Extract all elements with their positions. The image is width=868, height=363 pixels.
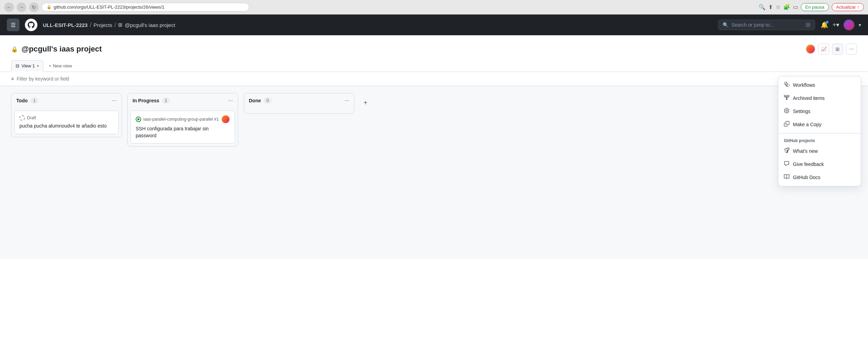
in-progress-column-menu-button[interactable]: ··· (228, 97, 233, 104)
issue-assignee-avatar (221, 115, 230, 123)
kanban-board: Todo 1 ··· Draft pucha pucha alumnoudv4 … (0, 86, 868, 259)
search-browser-btn[interactable]: 🔍 (759, 4, 766, 10)
in-progress-column: In Progress 1 ··· iaas-parallel-computin… (127, 93, 238, 147)
more-options-button[interactable]: ··· (846, 44, 857, 55)
todo-column-menu-button[interactable]: ··· (112, 97, 117, 104)
done-column-header: Done 0 ··· (244, 93, 354, 108)
tab-view1[interactable]: ⊟ View 1 ▾ (11, 60, 43, 72)
feedback-icon (784, 161, 789, 168)
hamburger-menu-button[interactable]: ☰ (7, 19, 19, 31)
new-view-label: New view (53, 63, 72, 68)
extensions-btn[interactable]: 🧩 (783, 4, 790, 10)
url-text: github.com/orgs/ULL-ESIT-PL-2223/project… (54, 4, 164, 10)
archived-icon (784, 95, 789, 102)
issue-header: iaas-parallel-computing-group-parallel #… (136, 115, 230, 123)
add-column-button[interactable]: + (360, 97, 371, 108)
card-title: SSH configurada para trabajar sin passwo… (136, 125, 230, 139)
notification-button[interactable]: 🔔 (821, 21, 828, 29)
share-btn[interactable]: ⬆ (768, 4, 773, 10)
user-avatar[interactable] (843, 19, 855, 30)
new-view-button[interactable]: + New view (46, 61, 75, 71)
filter-input[interactable] (17, 76, 857, 82)
draft-icon (19, 115, 25, 121)
dropdown-item-docs[interactable]: GitHub Docs (778, 171, 861, 184)
card-title: pucha pucha alumnoudv4 te añadio esto (19, 123, 114, 130)
board-icon: ⊞ (118, 22, 123, 28)
card-header: Draft (19, 115, 114, 121)
ssl-lock-icon: 🔒 (47, 5, 52, 9)
project-title-row: 🔒 @pcgull's iaas project (11, 45, 102, 54)
forward-button[interactable]: → (17, 2, 26, 12)
filter-icon: ≡ (11, 76, 14, 82)
dropdown-item-settings[interactable]: Settings (778, 105, 861, 118)
breadcrumb-sep1: / (90, 21, 91, 29)
todo-column-cards: Draft pucha pucha alumnoudv4 te añadio e… (11, 108, 121, 137)
dropdown-item-feedback-label: Give feedback (793, 161, 824, 167)
issue-ref: iaas-parallel-computing-group-parallel #… (143, 117, 219, 122)
search-placeholder: Search or jump to... (731, 22, 774, 28)
done-column-count: 0 (264, 97, 272, 104)
reload-button[interactable]: ↻ (29, 2, 39, 12)
dropdown-item-whats-new-label: What's new (793, 148, 818, 154)
board-view-button[interactable]: ⊞ (832, 44, 843, 55)
org-name[interactable]: ULL-ESIT-PL-2223 (43, 22, 88, 28)
tab-icon: ⊟ (16, 63, 19, 68)
project-breadcrumb-name[interactable]: @pcgull's iaas project (125, 22, 175, 28)
done-column-cards (244, 108, 354, 113)
project-lock-icon: 🔒 (11, 46, 18, 53)
in-progress-column-count: 1 (162, 97, 170, 104)
workflows-icon (784, 82, 789, 89)
pause-badge[interactable]: En pausa (801, 3, 829, 11)
create-button[interactable]: +▾ (832, 21, 839, 29)
tab-label: View 1 (21, 63, 35, 68)
issue-open-icon (136, 117, 141, 122)
url-bar[interactable]: 🔒 github.com/orgs/ULL-ESIT-PL-2223/proje… (42, 3, 249, 11)
todo-column-count: 1 (30, 97, 38, 104)
done-column-title: Done (249, 98, 261, 103)
chart-view-button[interactable]: 📈 (818, 44, 829, 55)
dropdown-item-workflows[interactable]: Workflows (778, 78, 861, 92)
in-progress-column-header: In Progress 1 ··· (128, 93, 238, 108)
draft-label: Draft (27, 115, 36, 120)
dropdown-item-copy-label: Make a Copy (793, 122, 821, 127)
filter-bar: ≡ (0, 72, 868, 86)
done-column-menu-button[interactable]: ··· (345, 97, 349, 104)
dropdown-item-whats-new[interactable]: What's new (778, 145, 861, 158)
todo-column-header: Todo 1 ··· (11, 93, 121, 108)
hamburger-icon: ☰ (11, 22, 16, 28)
update-badge[interactable]: Actualizar ↑ (832, 3, 864, 11)
avatar-chevron[interactable]: ▾ (859, 22, 861, 28)
github-logo[interactable] (25, 19, 37, 31)
todo-column-title: Todo (16, 98, 28, 103)
table-row[interactable]: Draft pucha pucha alumnoudv4 te añadio e… (14, 111, 119, 134)
done-column: Done 0 ··· (244, 93, 354, 114)
browser-actions: 🔍 ⬆ ☆ 🧩 ▭ En pausa Actualizar ↑ (759, 3, 864, 11)
projects-link[interactable]: Projects (93, 22, 112, 28)
copy-icon (784, 121, 789, 128)
dropdown-item-archived[interactable]: Archived items (778, 92, 861, 105)
dropdown-item-feedback[interactable]: Give feedback (778, 158, 861, 171)
settings-icon (784, 108, 789, 115)
sidebar-toggle-btn[interactable]: ▭ (793, 4, 798, 10)
tab-chevron-button[interactable]: ▾ (37, 64, 39, 68)
dropdown-item-copy[interactable]: Make a Copy (778, 118, 861, 131)
dropdown-section-1: Workflows Archived items Settings (778, 76, 861, 133)
table-row[interactable]: iaas-parallel-computing-group-parallel #… (130, 111, 235, 143)
tabs-row: ⊟ View 1 ▾ + New view (0, 55, 868, 72)
back-button[interactable]: ← (4, 2, 14, 12)
in-progress-column-cards: iaas-parallel-computing-group-parallel #… (128, 108, 238, 146)
search-icon: 🔍 (723, 22, 729, 28)
collaborator-avatar[interactable] (806, 44, 815, 54)
rocket-icon (784, 148, 789, 155)
search-shortcut: / (805, 22, 811, 27)
main-content: 🔒 @pcgull's iaas project 📈 ⊞ ··· ⊟ View … (0, 35, 868, 363)
dropdown-item-workflows-label: Workflows (793, 82, 815, 88)
browser-bar: ← → ↻ 🔒 github.com/orgs/ULL-ESIT-PL-2223… (0, 0, 868, 15)
bookmark-btn[interactable]: ☆ (776, 4, 780, 10)
dropdown-item-archived-label: Archived items (793, 95, 825, 101)
project-toolbar: 📈 ⊞ ··· (806, 44, 857, 55)
dropdown-menu: Workflows Archived items Settings (778, 76, 861, 186)
project-header: 🔒 @pcgull's iaas project 📈 ⊞ ··· (0, 35, 868, 55)
search-bar[interactable]: 🔍 Search or jump to... / (718, 20, 815, 30)
page-title: @pcgull's iaas project (21, 45, 102, 54)
